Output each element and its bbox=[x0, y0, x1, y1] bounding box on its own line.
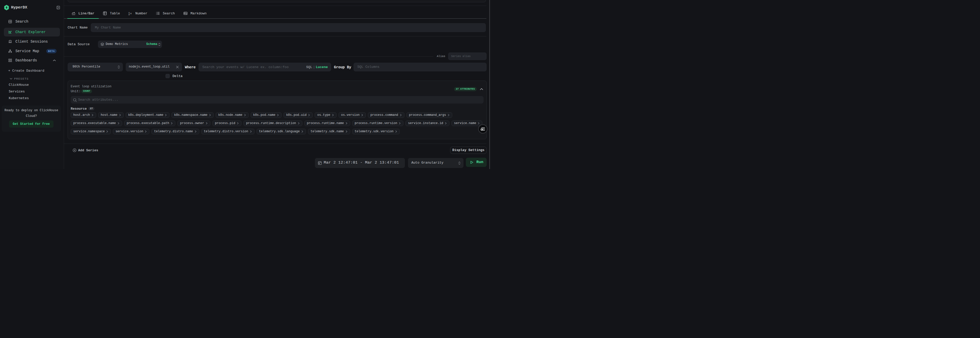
svg-text:2: 2 bbox=[129, 14, 130, 16]
svg-text:3: 3 bbox=[130, 13, 131, 15]
